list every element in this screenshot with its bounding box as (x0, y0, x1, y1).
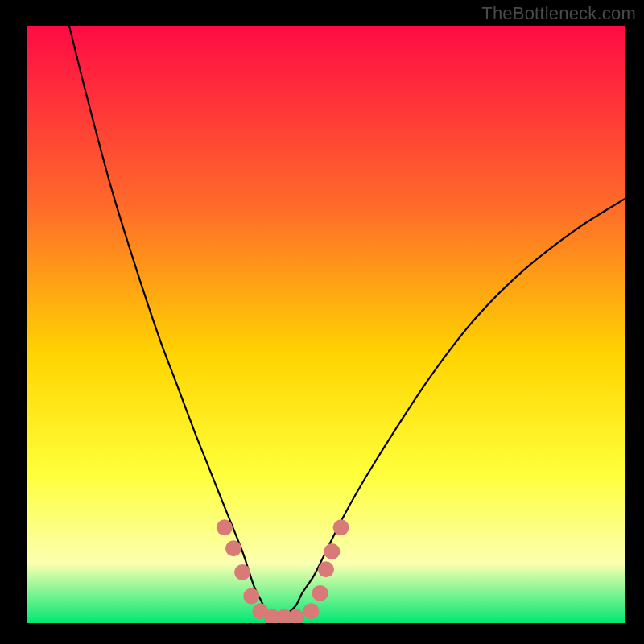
gradient-bg (27, 26, 625, 623)
marker-dot (225, 540, 242, 556)
marker-dot (312, 585, 328, 601)
plot-area (27, 26, 625, 623)
marker-dot (318, 561, 334, 577)
outer-frame: TheBottleneck.com (0, 0, 644, 644)
marker-dot (324, 543, 340, 559)
chart-svg (27, 26, 625, 623)
watermark-text: TheBottleneck.com (481, 3, 636, 24)
marker-dot (217, 519, 233, 535)
marker-dot (243, 588, 259, 605)
marker-dot (234, 564, 250, 580)
marker-dot (303, 603, 319, 619)
marker-dot (333, 519, 349, 535)
